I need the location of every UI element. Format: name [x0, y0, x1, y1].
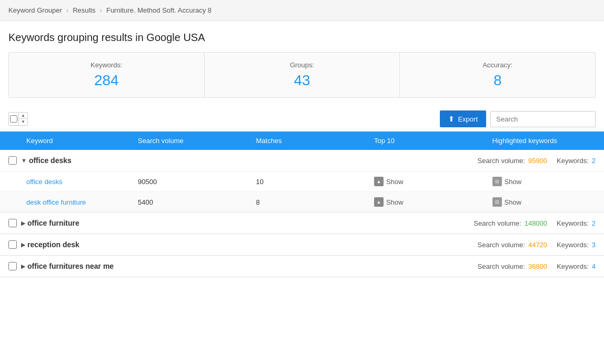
- stat-accuracy-value: 8: [408, 72, 587, 89]
- top10-show-btn-0-0[interactable]: ▲ Show: [374, 177, 404, 186]
- stat-accuracy: Accuracy: 8: [400, 53, 595, 97]
- cell-sv-0-1: 5400: [132, 192, 250, 212]
- top10-icon-0-0: ▲: [374, 177, 384, 186]
- spinner-down-button[interactable]: ▼: [19, 119, 27, 125]
- stat-groups: Groups: 43: [205, 53, 400, 97]
- spinner-up-button[interactable]: ▲: [19, 113, 27, 119]
- group-office-furnitures-near-me: ▶ office furnitures near me Search volum…: [0, 256, 604, 277]
- search-input[interactable]: [490, 111, 596, 127]
- group-sv-value-reception-desk: 44720: [528, 241, 547, 249]
- toolbar-right: ⬆ Export: [440, 110, 596, 127]
- group-name-office-furniture: office furniture: [27, 219, 474, 227]
- group-checkbox-reception-desk[interactable]: [8, 240, 17, 249]
- export-icon: ⬆: [448, 115, 455, 123]
- group-kw-count-reception-desk: 3: [592, 241, 596, 249]
- th-top10: Top 10: [368, 132, 486, 150]
- group-office-furniture: ▶ office furniture Search volume: 148000…: [0, 213, 604, 234]
- group-kw-label-office-desks: Keywords:: [557, 157, 589, 165]
- highlighted-show-label-0-0: Show: [505, 178, 522, 186]
- stat-keywords-value: 284: [17, 72, 196, 89]
- breadcrumb-item-3: Furniture. Method Soft. Accuracy 8: [106, 6, 212, 14]
- cell-sv-0-0: 90500: [132, 171, 250, 191]
- page-title: Keywords grouping results in Google USA: [0, 21, 604, 52]
- breadcrumb-sep-1: ›: [66, 6, 68, 14]
- cell-matches-0-0: 10: [250, 171, 368, 191]
- group-meta-office-furnitures-near-me: Search volume: 36800 Keywords: 4: [478, 262, 596, 270]
- group-checkbox-office-desks[interactable]: [8, 156, 17, 165]
- group-header-office-desks: ▼ office desks Search volume: 95900 Keyw…: [0, 150, 604, 171]
- stat-groups-value: 43: [213, 72, 391, 89]
- group-sv-value-office-furnitures-near-me: 36800: [528, 262, 547, 270]
- group-toggle-office-desks[interactable]: ▼: [21, 157, 27, 164]
- top10-show-label-0-0: Show: [386, 178, 404, 186]
- group-header-reception-desk: ▶ reception desk Search volume: 44720 Ke…: [0, 234, 604, 255]
- keyword-link-0-0[interactable]: office desks: [26, 178, 62, 186]
- highlighted-show-btn-0-0[interactable]: ⊟ Show: [492, 177, 522, 186]
- group-toggle-office-furnitures-near-me[interactable]: ▶: [21, 263, 25, 270]
- highlighted-icon-0-1: ⊟: [492, 197, 502, 207]
- group-rows-office-desks: office desks 90500 10 ▲ Show ⊟ Show: [0, 171, 604, 212]
- highlighted-icon-0-0: ⊟: [492, 177, 502, 186]
- group-office-desks: ▼ office desks Search volume: 95900 Keyw…: [0, 150, 604, 213]
- breadcrumb-sep-2: ›: [100, 6, 102, 14]
- stat-groups-label: Groups:: [213, 61, 391, 69]
- table-header: Keyword Search volume Matches Top 10 Hig…: [0, 132, 604, 150]
- select-all-input[interactable]: [10, 115, 17, 123]
- stat-accuracy-label: Accuracy:: [408, 61, 587, 69]
- spinner-buttons: ▲ ▼: [18, 113, 27, 125]
- top10-show-label-0-1: Show: [386, 198, 404, 206]
- export-button[interactable]: ⬆ Export: [440, 110, 486, 127]
- stats-bar: Keywords: 284 Groups: 43 Accuracy: 8: [8, 52, 596, 98]
- stat-keywords: Keywords: 284: [9, 53, 205, 97]
- group-toggle-office-furniture[interactable]: ▶: [21, 220, 25, 227]
- breadcrumb: Keyword Grouper › Results › Furniture. M…: [0, 0, 604, 21]
- group-kw-count-office-furnitures-near-me: 4: [592, 262, 596, 270]
- group-sv-value-office-desks: 95900: [528, 157, 547, 165]
- table-row: office desks 90500 10 ▲ Show ⊟ Show: [0, 171, 604, 191]
- group-sv-label-office-desks: Search volume:: [478, 157, 525, 165]
- export-label: Export: [458, 115, 478, 123]
- group-sv-label-office-furnitures-near-me: Search volume:: [478, 262, 525, 270]
- cell-highlighted-0-0[interactable]: ⊟ Show: [486, 171, 605, 191]
- table-row: desk office furniture 5400 8 ▲ Show ⊟ Sh…: [0, 191, 604, 212]
- group-checkbox-office-furnitures-near-me[interactable]: [8, 262, 17, 270]
- cell-highlighted-0-1[interactable]: ⊟ Show: [486, 192, 605, 212]
- group-reception-desk: ▶ reception desk Search volume: 44720 Ke…: [0, 234, 604, 256]
- group-kw-count-office-desks: 2: [592, 157, 596, 165]
- th-highlighted: Highlighted keywords: [486, 132, 605, 150]
- group-kw-label-office-furnitures-near-me: Keywords:: [557, 262, 589, 270]
- group-toggle-reception-desk[interactable]: ▶: [21, 241, 25, 248]
- group-name-office-desks: office desks: [29, 156, 478, 165]
- keyword-link-0-1[interactable]: desk office furniture: [26, 198, 86, 206]
- group-header-office-furnitures-near-me: ▶ office furnitures near me Search volum…: [0, 256, 604, 277]
- group-kw-label-office-furniture: Keywords:: [557, 219, 589, 227]
- group-sv-label-reception-desk: Search volume:: [478, 241, 525, 249]
- breadcrumb-item-2[interactable]: Results: [73, 6, 95, 14]
- cell-top10-0-0[interactable]: ▲ Show: [368, 171, 486, 191]
- highlighted-show-label-0-1: Show: [505, 198, 522, 206]
- select-all-checkbox[interactable]: [9, 114, 18, 124]
- breadcrumb-item-1[interactable]: Keyword Grouper: [8, 6, 62, 14]
- top10-show-btn-0-1[interactable]: ▲ Show: [374, 197, 404, 207]
- group-checkbox-office-furniture[interactable]: [8, 219, 17, 227]
- group-kw-label-reception-desk: Keywords:: [557, 241, 589, 249]
- top10-icon-0-1: ▲: [374, 197, 384, 207]
- cell-keyword-0-0: office desks: [0, 171, 132, 191]
- highlighted-show-btn-0-1[interactable]: ⊟ Show: [492, 197, 522, 207]
- th-matches: Matches: [250, 132, 368, 150]
- toolbar: ▲ ▼ ⬆ Export: [0, 106, 604, 132]
- group-name-office-furnitures-near-me: office furnitures near me: [27, 262, 478, 270]
- cell-top10-0-1[interactable]: ▲ Show: [368, 192, 486, 212]
- group-header-office-furniture: ▶ office furniture Search volume: 148000…: [0, 213, 604, 234]
- th-search-volume: Search volume: [132, 132, 250, 150]
- group-name-reception-desk: reception desk: [27, 240, 478, 249]
- th-keyword: Keyword: [0, 132, 132, 150]
- cell-keyword-0-1: desk office furniture: [0, 192, 132, 212]
- cell-matches-0-1: 8: [250, 192, 368, 212]
- group-kw-count-office-furniture: 2: [592, 219, 596, 227]
- group-meta-reception-desk: Search volume: 44720 Keywords: 3: [478, 241, 596, 249]
- stat-keywords-label: Keywords:: [17, 61, 196, 69]
- toolbar-left: ▲ ▼: [8, 112, 28, 126]
- select-all-control[interactable]: ▲ ▼: [8, 112, 28, 126]
- groups-container: ▼ office desks Search volume: 95900 Keyw…: [0, 150, 604, 277]
